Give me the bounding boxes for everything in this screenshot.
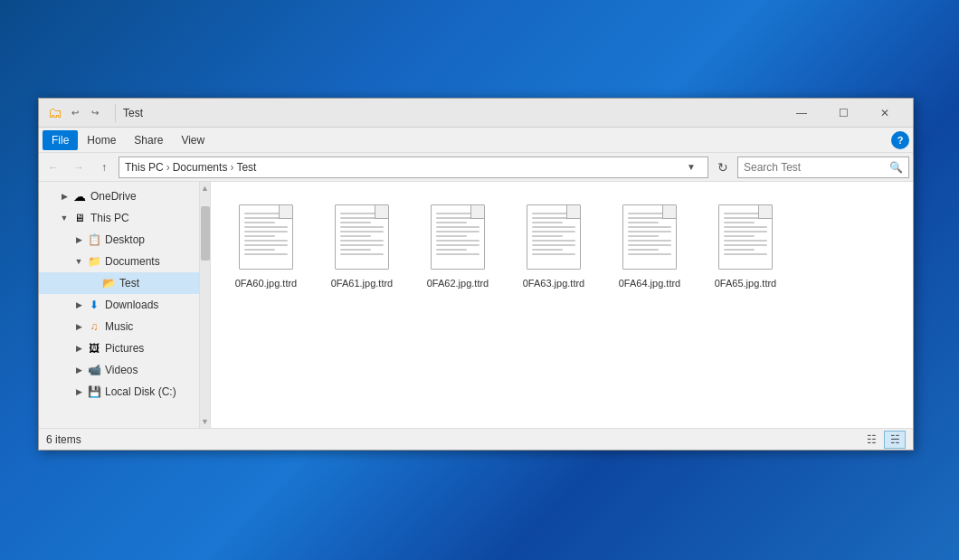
menu-share[interactable]: Share — [125, 130, 172, 150]
refresh-button[interactable]: ↻ — [712, 157, 734, 178]
documents-icon: 📁 — [86, 253, 102, 270]
expand-documents: ▼ — [71, 254, 86, 269]
sidebar-item-documents[interactable]: ▼ 📁 Documents — [39, 251, 199, 272]
view-buttons: ☷ ☵ — [860, 431, 906, 449]
this-pc-icon: 🖥 — [71, 210, 88, 226]
up-button[interactable]: ↑ — [93, 157, 115, 178]
help-button[interactable]: ? — [891, 131, 909, 149]
sidebar-scrollbar[interactable]: ▲ ▼ — [199, 182, 210, 428]
quick-access-redo[interactable]: ↪ — [86, 104, 104, 122]
folder-icon: 🗂 — [46, 104, 64, 122]
onedrive-icon: ☁ — [71, 188, 88, 204]
address-path[interactable]: This PC › Documents › Test ▼ — [119, 157, 708, 178]
this-pc-label: This PC — [90, 212, 129, 224]
doc-icon-1 — [335, 204, 389, 270]
file-name-1: 0FA61.jpg.ttrd — [331, 277, 394, 289]
file-item-2[interactable]: 0FA62.jpg.ttrd — [417, 196, 498, 294]
videos-label: Videos — [105, 364, 138, 376]
doc-icon-4 — [622, 204, 677, 270]
file-item-0[interactable]: 0FA60.jpg.ttrd — [225, 196, 307, 294]
expand-onedrive: ▶ — [57, 189, 71, 204]
doc-icon-5 — [718, 204, 773, 270]
videos-icon: 📹 — [86, 362, 102, 378]
files-grid: 0FA60.jpg.ttrd — [225, 196, 898, 294]
title-bar: 🗂 ↩ ↪ Test — ☐ ✕ — [39, 99, 913, 128]
back-button[interactable]: ← — [43, 157, 64, 178]
desktop-icon: 📋 — [86, 232, 102, 248]
path-test[interactable]: Test — [236, 161, 256, 174]
sidebar-item-music[interactable]: ▶ ♫ Music — [39, 316, 199, 337]
close-button[interactable]: ✕ — [864, 99, 906, 128]
path-this-pc[interactable]: This PC — [125, 161, 164, 174]
file-item-1[interactable]: 0FA61.jpg.ttrd — [321, 196, 403, 294]
sidebar-item-pictures[interactable]: ▶ 🖼 Pictures — [39, 337, 199, 359]
desktop-label: Desktop — [105, 233, 145, 246]
music-icon: ♫ — [86, 318, 102, 335]
expand-pictures: ▶ — [71, 341, 86, 356]
file-icon-4 — [617, 201, 682, 273]
documents-label: Documents — [105, 255, 160, 268]
sidebar-item-local-disk[interactable]: ▶ 💾 Local Disk (C:) — [39, 381, 199, 403]
file-name-0: 0FA60.jpg.ttrd — [235, 277, 298, 289]
menu-file[interactable]: File — [43, 130, 78, 150]
expand-test — [86, 276, 100, 290]
sidebar-item-onedrive[interactable]: ▶ ☁ OneDrive — [39, 185, 199, 207]
path-arrow-2: › — [230, 161, 233, 174]
window-title: Test — [119, 107, 781, 119]
expand-music: ▶ — [71, 319, 86, 334]
sidebar-item-test[interactable]: 📂 Test — [39, 272, 199, 294]
address-bar: ← → ↑ This PC › Documents › Test ▼ ↻ 🔍 — [39, 153, 913, 182]
file-icon-0 — [233, 201, 299, 273]
file-name-2: 0FA62.jpg.ttrd — [427, 277, 489, 289]
expand-downloads: ▶ — [71, 298, 86, 312]
minimize-button[interactable]: — — [781, 99, 822, 128]
file-item-4[interactable]: 0FA64.jpg.ttrd — [609, 196, 690, 294]
file-icon-1 — [329, 201, 394, 273]
status-count: 6 items — [46, 433, 860, 446]
menu-view[interactable]: View — [172, 130, 214, 150]
search-box: 🔍 — [737, 157, 909, 178]
doc-icon-0 — [239, 204, 293, 270]
content-area: ▶ ☁ OneDrive ▼ 🖥 This PC ▶ 📋 Desktop — [39, 182, 913, 428]
file-item-5[interactable]: 0FA65.jpg.ttrd — [705, 196, 786, 294]
expand-local-disk: ▶ — [71, 384, 86, 399]
sidebar-item-videos[interactable]: ▶ 📹 Videos — [39, 359, 199, 381]
file-icon-2 — [425, 201, 490, 273]
sidebar-item-this-pc[interactable]: ▼ 🖥 This PC — [39, 207, 199, 229]
pictures-icon: 🖼 — [86, 340, 102, 356]
test-label: Test — [119, 277, 139, 289]
sidebar: ▶ ☁ OneDrive ▼ 🖥 This PC ▶ 📋 Desktop — [39, 182, 211, 428]
search-input[interactable] — [744, 161, 889, 174]
pictures-label: Pictures — [105, 342, 144, 355]
status-bar: 6 items ☷ ☵ — [39, 428, 913, 450]
maximize-button[interactable]: ☐ — [822, 99, 864, 128]
title-bar-icons: 🗂 ↩ ↪ — [46, 104, 104, 122]
quick-access-undo[interactable]: ↩ — [66, 104, 84, 122]
sidebar-content: ▶ ☁ OneDrive ▼ 🖥 This PC ▶ 📋 Desktop — [39, 182, 210, 406]
onedrive-label: OneDrive — [90, 190, 137, 203]
scrollbar-thumb[interactable] — [201, 206, 210, 261]
sidebar-item-downloads[interactable]: ▶ ⬇ Downloads — [39, 294, 199, 316]
expand-desktop: ▶ — [71, 233, 86, 247]
window-controls: — ☐ ✕ — [781, 99, 906, 128]
file-name-3: 0FA63.jpg.ttrd — [523, 277, 585, 289]
downloads-icon: ⬇ — [86, 297, 102, 313]
forward-button[interactable]: → — [68, 157, 90, 178]
doc-icon-2 — [431, 204, 485, 270]
file-item-3[interactable]: 0FA63.jpg.ttrd — [513, 196, 594, 294]
downloads-label: Downloads — [105, 299, 158, 311]
local-disk-label: Local Disk (C:) — [105, 385, 176, 398]
address-dropdown-btn[interactable]: ▼ — [680, 157, 702, 178]
path-arrow-1: › — [166, 161, 170, 174]
search-button[interactable]: 🔍 — [889, 161, 903, 174]
local-disk-icon: 💾 — [86, 384, 102, 400]
path-documents[interactable]: Documents — [173, 161, 228, 174]
file-name-4: 0FA64.jpg.ttrd — [619, 277, 681, 289]
menu-home[interactable]: Home — [78, 130, 125, 150]
menu-bar: File Home Share View ? — [39, 128, 913, 153]
test-icon: 📂 — [100, 275, 117, 291]
file-icon-5 — [713, 201, 778, 273]
grid-view-button[interactable]: ☵ — [884, 431, 906, 449]
sidebar-item-desktop[interactable]: ▶ 📋 Desktop — [39, 229, 199, 251]
list-view-button[interactable]: ☷ — [860, 431, 882, 449]
